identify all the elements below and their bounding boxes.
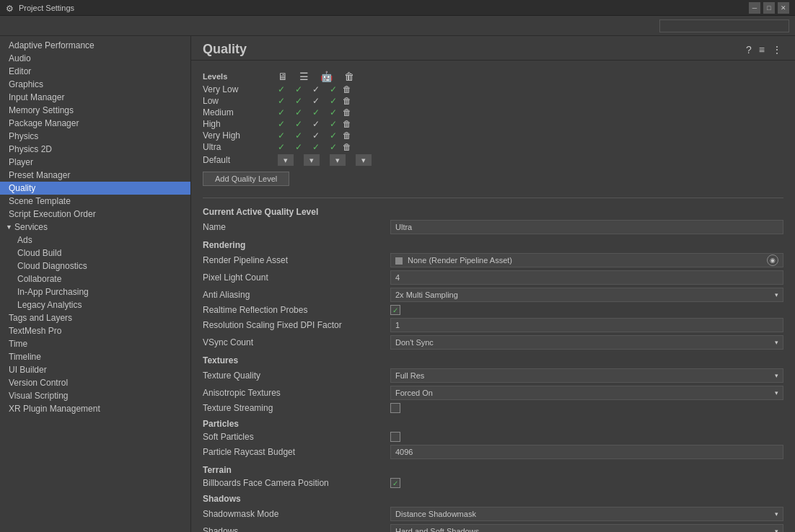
page-title: Quality (203, 42, 247, 57)
default-dropdown-4[interactable]: ▾ (356, 154, 372, 166)
pixel-light-count-label: Pixel Light Count (203, 272, 390, 283)
default-dropdown-2[interactable]: ▾ (304, 154, 320, 166)
sidebar-item-audio[interactable]: Audio (0, 52, 190, 65)
sidebar-item-textmesh-pro[interactable]: TextMesh Pro (0, 324, 190, 337)
sidebar-item-physics[interactable]: Physics (0, 130, 190, 143)
realtime-reflection-row: Realtime Reflection Probes (191, 303, 795, 316)
sidebar-item-legacy-analytics[interactable]: Legacy Analytics (0, 298, 190, 311)
sidebar-item-package-manager[interactable]: Package Manager (0, 117, 190, 130)
levels-header: Levels 🖥 ☰ 🤖 🗑 (203, 69, 783, 84)
caql-header: Current Active Quality Level (191, 204, 795, 218)
particle-raycast-input[interactable] (390, 445, 783, 459)
vsync-count-dropdown[interactable]: Don't Sync ▾ (390, 335, 783, 350)
platform-windows-icon: 🖥 (278, 71, 288, 82)
asset-icon (395, 257, 403, 265)
billboards-checkbox[interactable] (390, 478, 400, 488)
sidebar-item-label: Visual Scripting (9, 391, 69, 401)
sidebar-item-version-control[interactable]: Version Control (0, 376, 190, 389)
header-icons: ? ≡ ⋮ (745, 43, 783, 57)
shadows-arrow: ▾ (775, 528, 778, 532)
resolution-scaling-input[interactable] (390, 318, 783, 332)
level-checks: ✓✓✓✓ (278, 142, 337, 152)
realtime-reflection-checkbox[interactable] (390, 305, 400, 315)
add-quality-level-btn[interactable]: Add Quality Level (203, 172, 289, 186)
trash-btn[interactable]: 🗑 (343, 130, 351, 141)
texture-quality-dropdown[interactable]: Full Res ▾ (390, 368, 783, 383)
sidebar-group-label: Services (14, 222, 48, 232)
sidebar-item-quality[interactable]: Quality (0, 182, 190, 195)
check-3: ✓ (330, 119, 337, 129)
level-row-very-high: Very High ✓✓✓✓ 🗑 (203, 130, 783, 141)
texture-streaming-label: Texture Streaming (203, 403, 390, 413)
sidebar-item-tags-and-layers[interactable]: Tags and Layers (0, 311, 190, 324)
sidebar-item-cloud-build[interactable]: Cloud Build (0, 247, 190, 260)
sidebar-item-graphics[interactable]: Graphics (0, 78, 190, 91)
resolution-scaling-row: Resolution Scaling Fixed DPI Factor (191, 316, 795, 334)
sidebar-item-label: Time (9, 339, 27, 349)
settings-icon[interactable]: ≡ (757, 43, 766, 57)
level-checks: ✓✓✓✓ (278, 96, 337, 106)
help-icon[interactable]: ? (745, 43, 753, 57)
render-pipeline-picker-btn[interactable]: ◉ (767, 254, 778, 266)
soft-particles-checkbox[interactable] (390, 432, 400, 442)
sidebar-item-label: Physics 2D (9, 144, 52, 154)
sidebar-item-scene-template[interactable]: Scene Template (0, 195, 190, 208)
sidebar-item-label: Package Manager (9, 118, 79, 128)
trash-btn[interactable]: 🗑 (343, 84, 351, 94)
sidebar-item-timeline[interactable]: Timeline (0, 350, 190, 363)
sidebar-item-visual-scripting[interactable]: Visual Scripting (0, 389, 190, 402)
render-pipeline-asset-text: None (Render Pipeline Asset) (395, 256, 512, 265)
trash-btn[interactable]: 🗑 (343, 119, 351, 129)
levels-section: Levels 🖥 ☰ 🤖 🗑 Very Low ✓✓✓✓ 🗑 Low ✓✓✓✓ … (191, 66, 795, 192)
sidebar-item-player[interactable]: Player (0, 156, 190, 169)
sidebar-item-xr-plugin-management[interactable]: XR Plugin Management (0, 402, 190, 415)
window-maximize-btn[interactable]: □ (763, 2, 775, 14)
window-controls: ─ □ ✕ (749, 2, 789, 14)
sidebar-item-ads[interactable]: Ads (0, 234, 190, 247)
sidebar-item-editor[interactable]: Editor (0, 65, 190, 78)
default-dropdown-3[interactable]: ▾ (330, 154, 346, 166)
search-input[interactable] (659, 19, 789, 32)
sidebar-item-ui-builder[interactable]: UI Builder (0, 363, 190, 376)
trash-btn[interactable]: 🗑 (343, 96, 351, 106)
vsync-count-row: VSync Count Don't Sync ▾ (191, 334, 795, 351)
anti-aliasing-value: 2x Multi Sampling (395, 291, 458, 299)
anti-aliasing-dropdown[interactable]: 2x Multi Sampling ▾ (390, 288, 783, 302)
sidebar-item-label: In-App Purchasing (17, 287, 89, 297)
sidebar-item-preset-manager[interactable]: Preset Manager (0, 169, 190, 182)
sidebar-item-collaborate[interactable]: Collaborate (0, 272, 190, 285)
app-icon: ⚙ (6, 4, 14, 12)
texture-streaming-checkbox[interactable] (390, 403, 400, 413)
sidebar-item-memory-settings[interactable]: Memory Settings (0, 104, 190, 117)
sidebar-item-label: Cloud Diagnostics (17, 261, 87, 271)
name-input[interactable] (390, 220, 783, 234)
shadowmask-mode-dropdown[interactable]: Distance Shadowmask ▾ (390, 507, 783, 521)
window-minimize-btn[interactable]: ─ (749, 2, 760, 14)
sidebar-item-adaptive-performance[interactable]: Adaptive Performance (0, 39, 190, 52)
sidebar-item-label: Player (9, 157, 33, 167)
trash-btn[interactable]: 🗑 (343, 142, 351, 152)
sidebar-item-script-execution-order[interactable]: Script Execution Order (0, 208, 190, 221)
particle-raycast-row: Particle Raycast Budget (191, 443, 795, 461)
level-name: Low (203, 96, 275, 106)
shadowmask-mode-label: Shadowmask Mode (203, 509, 390, 519)
sidebar-item-physics-2d[interactable]: Physics 2D (0, 143, 190, 156)
soft-particles-label: Soft Particles (203, 432, 390, 442)
sidebar-item-cloud-diagnostics[interactable]: Cloud Diagnostics (0, 260, 190, 272)
default-dropdown-1[interactable]: ▾ (278, 154, 294, 166)
more-icon[interactable]: ⋮ (770, 43, 783, 57)
check-0: ✓ (278, 96, 285, 106)
sidebar-item-time[interactable]: Time (0, 337, 190, 350)
sidebar-item-label: Editor (9, 66, 31, 76)
sidebar-group-services[interactable]: ▼Services (0, 221, 190, 234)
sidebar-item-input-manager[interactable]: Input Manager (0, 91, 190, 104)
anisotropic-textures-dropdown[interactable]: Forced On ▾ (390, 386, 783, 400)
platform-mobile-icon: ☰ (299, 71, 309, 82)
anisotropic-arrow: ▾ (775, 389, 778, 396)
trash-btn[interactable]: 🗑 (343, 107, 351, 118)
sidebar-item-in-app-purchasing[interactable]: In-App Purchasing (0, 285, 190, 298)
shadows-dropdown[interactable]: Hard and Soft Shadows ▾ (390, 524, 783, 532)
shadows-header: Shadows (191, 489, 795, 505)
window-close-btn[interactable]: ✕ (778, 2, 789, 14)
pixel-light-count-input[interactable] (390, 270, 783, 285)
